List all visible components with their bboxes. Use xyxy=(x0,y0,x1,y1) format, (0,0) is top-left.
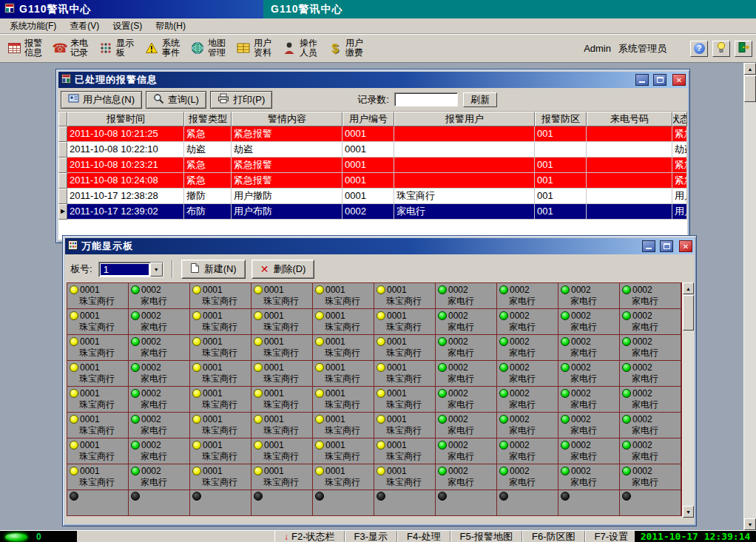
board-cell[interactable]: 0002家电行 xyxy=(620,335,681,361)
board-cell[interactable]: 0001珠宝商行 xyxy=(252,309,313,335)
new-button[interactable]: 新建(N) xyxy=(181,260,246,279)
board-cell[interactable]: 0001珠宝商行 xyxy=(313,464,374,490)
board-cell[interactable]: 0001珠宝商行 xyxy=(67,335,129,361)
board-cell[interactable] xyxy=(436,490,497,516)
maximize-button[interactable] xyxy=(653,74,666,86)
board-cell[interactable]: 0002家电行 xyxy=(129,413,190,438)
board-cell[interactable] xyxy=(190,490,252,516)
minimize-button[interactable] xyxy=(635,74,649,86)
board-cell[interactable]: 0001珠宝商行 xyxy=(67,283,129,309)
row-indicator[interactable] xyxy=(58,204,67,220)
board-cell[interactable] xyxy=(313,490,374,516)
board-cell[interactable]: 0002家电行 xyxy=(558,413,620,438)
title-bar-primary[interactable]: G110警讯中心 xyxy=(0,0,263,18)
row-indicator[interactable] xyxy=(58,173,67,189)
column-header[interactable]: 报警防区 xyxy=(535,112,587,126)
board-cell[interactable]: 0001珠宝商行 xyxy=(190,413,252,438)
board-cell[interactable]: 0001珠宝商行 xyxy=(374,283,436,309)
user-info-button[interactable]: 用户信息(N) xyxy=(61,91,142,109)
board-cell[interactable]: 0002家电行 xyxy=(558,309,620,335)
board-cell[interactable]: 0001珠宝商行 xyxy=(313,387,374,413)
board-cell[interactable]: 0002家电行 xyxy=(558,464,620,490)
board-cell[interactable]: 0002家电行 xyxy=(436,309,497,335)
board-cell[interactable]: 0001珠宝商行 xyxy=(190,335,252,361)
menu-item-4[interactable]: 帮助(H) xyxy=(149,18,192,34)
fkey-f2[interactable]: ↓F2-状态栏 xyxy=(274,531,345,542)
board-cell[interactable] xyxy=(67,490,129,516)
fkey-f7[interactable]: F7-设置 xyxy=(585,531,638,542)
board-cell[interactable]: 0002家电行 xyxy=(129,464,190,490)
board-cell[interactable] xyxy=(558,490,620,516)
board-cell[interactable]: 0002家电行 xyxy=(620,438,681,464)
board-cell[interactable]: 0001珠宝商行 xyxy=(67,361,129,387)
menu-item-2[interactable]: 查看(V) xyxy=(63,18,106,34)
column-header[interactable]: 状态 xyxy=(672,112,687,126)
alarm-window-titlebar[interactable]: 已处理的报警信息 xyxy=(58,72,687,88)
board-window-titlebar[interactable]: 万能显示板 xyxy=(65,238,694,254)
board-cell[interactable] xyxy=(374,490,436,516)
row-indicator[interactable] xyxy=(58,157,67,173)
board-cell[interactable]: 0001珠宝商行 xyxy=(190,283,252,309)
board-cell[interactable]: 0002家电行 xyxy=(129,335,190,361)
board-cell[interactable]: 0001珠宝商行 xyxy=(313,413,374,438)
scroll-thumb[interactable] xyxy=(744,75,756,102)
board-cell[interactable]: 0002家电行 xyxy=(436,438,497,464)
column-header[interactable]: 报警时间 xyxy=(67,112,184,126)
print-button[interactable]: 打印(P) xyxy=(210,91,272,109)
board-cell[interactable]: 0002家电行 xyxy=(129,438,190,464)
board-cell[interactable]: 0002家电行 xyxy=(436,335,497,361)
board-cell[interactable]: 0002家电行 xyxy=(497,283,558,309)
minimize-button[interactable] xyxy=(642,240,655,252)
board-cell[interactable]: 0001珠宝商行 xyxy=(67,387,129,413)
board-cell[interactable]: 0002家电行 xyxy=(436,283,497,309)
board-cell[interactable]: 0001珠宝商行 xyxy=(374,464,436,490)
board-cell[interactable]: 0002家电行 xyxy=(558,438,620,464)
query-button[interactable]: 查询(L) xyxy=(146,91,206,109)
board-cell[interactable]: 0001珠宝商行 xyxy=(313,283,374,309)
board-cell[interactable]: 0001珠宝商行 xyxy=(67,413,129,438)
maximize-button[interactable] xyxy=(660,240,673,252)
table-row[interactable]: 2011-10-08 10:21:25紧急紧急报警0001001紧急报警 xyxy=(58,126,687,142)
board-cell[interactable]: 0002家电行 xyxy=(620,309,681,335)
board-cell[interactable]: 0001珠宝商行 xyxy=(374,361,436,387)
scroll-down-button[interactable] xyxy=(683,506,694,518)
board-no-combobox[interactable]: 1 xyxy=(98,262,163,277)
table-row[interactable]: 2011-10-08 10:23:21紧急紧急报警0001001紧急报警 xyxy=(58,157,687,173)
row-indicator[interactable] xyxy=(58,189,67,204)
board-cell[interactable]: 0001珠宝商行 xyxy=(252,438,313,464)
board-cell[interactable]: 0001珠宝商行 xyxy=(374,387,436,413)
delete-button[interactable]: ✕ 删除(D) xyxy=(252,260,315,279)
board-cell[interactable]: 0001珠宝商行 xyxy=(374,335,436,361)
board-cell[interactable]: 0001珠宝商行 xyxy=(374,309,436,335)
board-scrollbar[interactable] xyxy=(682,282,694,518)
fkey-f5[interactable]: F5-报警地图 xyxy=(450,531,523,542)
board-cell[interactable]: 0002家电行 xyxy=(497,464,558,490)
board-cell[interactable]: 0001珠宝商行 xyxy=(374,438,436,464)
board-cell[interactable]: 0001珠宝商行 xyxy=(252,413,313,438)
board-cell[interactable] xyxy=(620,490,681,516)
fkey-f3[interactable]: F3-显示 xyxy=(345,531,398,542)
board-cell[interactable]: 0002家电行 xyxy=(497,335,558,361)
board-cell[interactable]: 0001珠宝商行 xyxy=(313,361,374,387)
board-cell[interactable]: 0001珠宝商行 xyxy=(67,438,129,464)
board-cell[interactable] xyxy=(252,490,313,516)
board-cell[interactable]: 0002家电行 xyxy=(497,387,558,413)
board-cell[interactable]: 0001珠宝商行 xyxy=(313,335,374,361)
scroll-up-button[interactable] xyxy=(683,282,694,294)
board-cell[interactable]: 0002家电行 xyxy=(620,361,681,387)
board-cell[interactable]: 0002家电行 xyxy=(497,413,558,438)
board-cell[interactable]: 0001珠宝商行 xyxy=(190,361,252,387)
column-header[interactable]: 用户编号 xyxy=(342,112,394,126)
board-cell[interactable]: 0002家电行 xyxy=(129,309,190,335)
board-cell[interactable]: 0002家电行 xyxy=(436,413,497,438)
board-cell[interactable]: 0001珠宝商行 xyxy=(252,464,313,490)
tip-button[interactable] xyxy=(712,41,730,57)
column-header[interactable]: 来电号码 xyxy=(587,112,672,126)
record-count-input[interactable] xyxy=(394,92,458,106)
board-cell[interactable]: 0002家电行 xyxy=(497,438,558,464)
board-cell[interactable]: 0002家电行 xyxy=(129,283,190,309)
table-row[interactable]: 2011-10-08 10:24:08紧急紧急报警0001001紧急报警 xyxy=(58,173,687,189)
column-header[interactable]: 报警类型 xyxy=(184,112,232,126)
board-cell[interactable]: 0001珠宝商行 xyxy=(190,387,252,413)
board-cell[interactable]: 0002家电行 xyxy=(129,361,190,387)
